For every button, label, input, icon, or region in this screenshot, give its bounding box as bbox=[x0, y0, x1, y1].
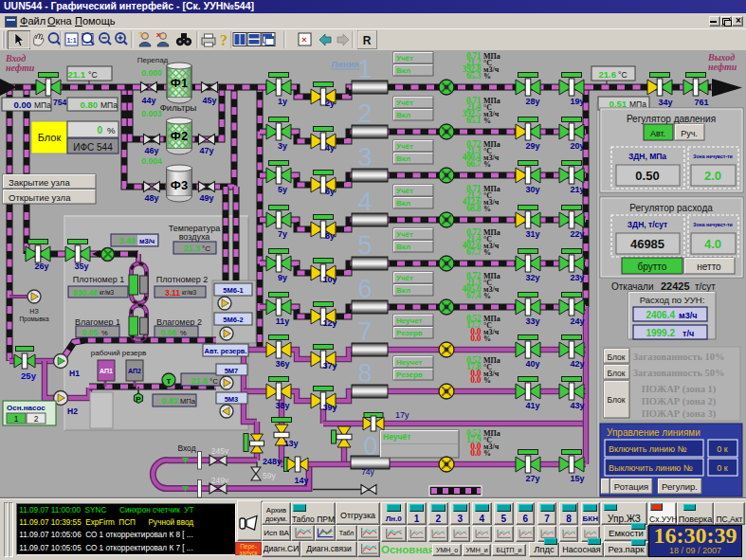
svg-text:%: % bbox=[483, 160, 491, 169]
svg-text:6у: 6у bbox=[325, 187, 335, 196]
svg-text:Перепад: Перепад bbox=[137, 56, 169, 64]
svg-text:33у: 33у bbox=[525, 316, 539, 326]
svg-text:14у: 14у bbox=[294, 476, 308, 485]
svg-text:ЗДН, т/сут: ЗДН, т/сут bbox=[628, 220, 668, 229]
svg-text:1: 1 bbox=[14, 414, 19, 424]
svg-text:Осн.насос: Осн.насос bbox=[7, 404, 45, 412]
svg-text:Учёт: Учёт bbox=[396, 99, 413, 107]
svg-text:кг/м3: кг/м3 bbox=[182, 289, 196, 296]
svg-text:1у: 1у bbox=[278, 97, 287, 106]
svg-text:17у: 17у bbox=[395, 410, 409, 420]
svg-text:0.0: 0.0 bbox=[470, 334, 481, 343]
svg-text:%: % bbox=[107, 125, 116, 135]
svg-text:41у: 41у bbox=[525, 401, 539, 410]
svg-text:Учёт: Учёт bbox=[396, 274, 413, 282]
svg-text:Учёт: Учёт bbox=[396, 54, 413, 63]
svg-text:°C: °C bbox=[618, 70, 628, 80]
svg-text:36у: 36у bbox=[275, 359, 289, 369]
svg-text:Плотномер 2: Плотномер 2 bbox=[156, 275, 208, 284]
svg-text:8у: 8у bbox=[325, 231, 335, 241]
svg-text:Учёт: Учёт bbox=[396, 230, 413, 239]
svg-text:45у: 45у bbox=[202, 96, 216, 105]
svg-text:0.004: 0.004 bbox=[141, 156, 162, 166]
svg-text:48у: 48у bbox=[144, 193, 158, 203]
svg-text:245у: 245у bbox=[211, 446, 229, 456]
svg-text:0.00: 0.00 bbox=[14, 99, 32, 110]
svg-text:воздуха: воздуха bbox=[179, 232, 210, 242]
svg-text:Руч.: Руч. bbox=[681, 129, 698, 138]
svg-text:Загазованность 10%: Загазованность 10% bbox=[632, 352, 724, 362]
svg-text:761: 761 bbox=[694, 98, 708, 107]
svg-text:5М6-1: 5М6-1 bbox=[223, 286, 243, 295]
svg-text:%: % bbox=[483, 292, 491, 300]
svg-text:%: % bbox=[483, 117, 491, 125]
svg-text:Фильтры: Фильтры bbox=[160, 102, 197, 113]
svg-text:%: % bbox=[483, 72, 491, 81]
svg-text:21.3: 21.3 bbox=[183, 244, 200, 253]
svg-text:0.06: 0.06 bbox=[160, 328, 176, 337]
svg-text:Неучёт: Неучёт bbox=[383, 432, 410, 442]
svg-text:38у: 38у bbox=[275, 401, 289, 410]
svg-text:25у: 25у bbox=[21, 370, 37, 381]
svg-text:Вкл: Вкл bbox=[396, 154, 410, 163]
svg-text:АП1: АП1 bbox=[100, 368, 113, 374]
svg-text:%: % bbox=[180, 329, 187, 337]
svg-text:0.50: 0.50 bbox=[635, 169, 659, 183]
svg-text:1: 1 bbox=[357, 55, 372, 83]
svg-text:нефти: нефти bbox=[708, 62, 737, 72]
svg-text:?: ? bbox=[138, 30, 143, 39]
svg-text:Неучет: Неучет bbox=[396, 358, 423, 367]
svg-text:40у: 40у bbox=[525, 359, 539, 369]
svg-text:Авт.: Авт. bbox=[650, 129, 665, 138]
svg-text:Учёт: Учёт bbox=[396, 142, 413, 151]
svg-text:20у: 20у bbox=[570, 141, 584, 151]
svg-text:2у: 2у bbox=[325, 99, 335, 108]
svg-text:%: % bbox=[483, 248, 491, 257]
svg-text:67.4: 67.4 bbox=[466, 291, 482, 300]
svg-text:Расход по УУН:: Расход по УУН: bbox=[640, 295, 705, 305]
svg-text:5М6-2: 5М6-2 bbox=[223, 316, 243, 324]
svg-text:4: 4 bbox=[357, 188, 372, 216]
svg-text:0: 0 bbox=[97, 125, 102, 135]
svg-text:65.1: 65.1 bbox=[466, 116, 482, 125]
svg-text:Регулир.: Регулир. bbox=[662, 481, 698, 492]
svg-text:5М3: 5М3 bbox=[225, 395, 239, 404]
svg-text:5: 5 bbox=[357, 231, 372, 260]
svg-text:АП2: АП2 bbox=[128, 368, 141, 374]
svg-text:27у: 27у bbox=[525, 474, 539, 483]
svg-text:249у: 249у bbox=[211, 476, 229, 485]
svg-text:10у: 10у bbox=[322, 275, 337, 284]
svg-text:Учёт: Учёт bbox=[396, 187, 413, 195]
svg-text:%: % bbox=[483, 376, 491, 385]
svg-text:15у: 15у bbox=[570, 474, 584, 483]
svg-text:0.81: 0.81 bbox=[161, 396, 178, 406]
svg-text:%: % bbox=[483, 449, 491, 458]
svg-text:Плотномер 1: Плотномер 1 bbox=[73, 275, 124, 284]
svg-text:Вкл: Вкл bbox=[396, 199, 410, 208]
svg-text:7у: 7у bbox=[278, 229, 287, 239]
svg-text:6: 6 bbox=[357, 275, 372, 303]
svg-text:43у: 43у bbox=[570, 401, 584, 410]
svg-text:35у: 35у bbox=[74, 262, 88, 271]
svg-text:9у: 9у bbox=[278, 273, 287, 282]
svg-text:Вкл: Вкл bbox=[396, 286, 410, 295]
svg-text:21у: 21у bbox=[570, 185, 584, 194]
svg-text:68.8: 68.8 bbox=[466, 204, 482, 213]
svg-text:22425: 22425 bbox=[661, 280, 690, 292]
svg-text:т/сут: т/сут bbox=[695, 281, 716, 292]
svg-text:4.0: 4.0 bbox=[704, 237, 721, 251]
svg-text:Блок: Блок bbox=[608, 352, 626, 362]
svg-text:Открытие узла: Открытие узла bbox=[9, 192, 71, 203]
svg-text:24у: 24у bbox=[570, 316, 584, 326]
svg-text:кг/м3: кг/м3 bbox=[100, 289, 114, 296]
svg-text:830.48: 830.48 bbox=[73, 288, 98, 298]
svg-text:Блок: Блок bbox=[608, 395, 626, 405]
svg-text:?: ? bbox=[220, 32, 227, 48]
svg-text:Резерв: Резерв bbox=[396, 329, 423, 337]
svg-text:4у: 4у bbox=[325, 143, 335, 153]
svg-text:11у: 11у bbox=[276, 316, 290, 326]
svg-text:26у: 26у bbox=[34, 262, 48, 271]
svg-text:МПа: МПа bbox=[180, 397, 196, 406]
svg-text:Выключить линию №: Выключить линию № bbox=[609, 463, 693, 473]
svg-text:Линия: Линия bbox=[331, 59, 359, 69]
